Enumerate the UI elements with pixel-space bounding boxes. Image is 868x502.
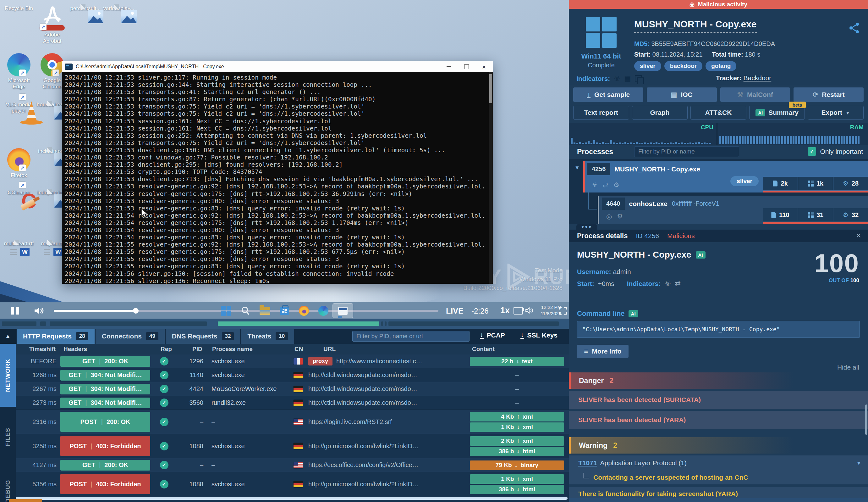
content-badge[interactable]: 79 Kb↓binary [470, 461, 564, 470]
content-badge[interactable]: 2 Kb↑xml [470, 436, 564, 446]
method-status-badge[interactable]: GET|200: OK [60, 356, 150, 367]
url-cell[interactable]: https://login.live.com/RST2.srf [308, 418, 465, 425]
table-row[interactable]: 4127 msGET|200: OK✓––https://ecs.office.… [16, 458, 569, 472]
panel-scrollbar-thumb[interactable] [865, 404, 867, 435]
desktop-icon-acrobat[interactable]: ↗Adobe Acrobat [36, 4, 69, 44]
close-icon[interactable]: × [856, 231, 861, 241]
method-status-badge[interactable]: GET|200: OK [60, 460, 150, 471]
grid-indicator-icon[interactable]: ▦ [624, 74, 631, 83]
url-cell[interactable]: http://ctldl.windowsupdate.com/msdo… [308, 385, 465, 393]
text-report-button[interactable]: Text report [573, 106, 629, 120]
tracker-link[interactable]: Backdoor [744, 74, 772, 81]
danger-signature-item[interactable]: SLIVER has been detected (YARA) [569, 411, 868, 429]
files-count-chip[interactable]: 2k [763, 177, 798, 190]
table-row[interactable]: BEFOREGET|200: OK✓1296svchost.exeproxyht… [16, 354, 569, 368]
console-scrollbar[interactable] [489, 72, 493, 284]
ai-badge[interactable]: AI [629, 310, 638, 317]
mitre-technique-item[interactable]: T1071 Application Layer Protocol (1) ▼ C… [569, 455, 868, 484]
content-badge[interactable]: 386 b↓html [470, 485, 564, 494]
method-status-badge[interactable]: GET|304: Not Modifi… [60, 384, 150, 394]
console-window[interactable]: C:\Users\admin\AppData\Local\Temp\MUSHY_… [62, 61, 493, 284]
pause-button[interactable] [11, 307, 19, 314]
console-output[interactable]: 2024/11/08 12:21:53 sliver.go:117: Runni… [62, 72, 493, 284]
content-badge[interactable]: 386 b↓html [470, 446, 564, 456]
method-status-badge[interactable]: GET|304: Not Modifi… [60, 398, 150, 408]
danger-header[interactable]: Danger 2 [569, 372, 868, 389]
windows-desktop[interactable]: ♻Recycle Bin↗Adobe Acrobatpercentsuit...… [0, 0, 569, 319]
method-status-badge[interactable]: POST|403: Forbidden [60, 436, 150, 456]
process-row-child[interactable]: 4640 conhost.exe 0xffffffff -ForceV1 ◎ ⚙… [598, 195, 868, 224]
files-count-chip[interactable]: 110 [763, 208, 798, 221]
playback-speed[interactable]: 1x [500, 306, 510, 315]
graph-button[interactable]: Graph [632, 106, 688, 120]
layers-indicator-icon[interactable] [635, 75, 642, 82]
process-row-main[interactable]: 4256 MUSHY_NORTH - Copy.exe ☣ ⇄ ⚙ sliver… [583, 161, 868, 192]
ssl-keys-download-button[interactable]: ↓ SSL Keys [520, 332, 558, 339]
horizontal-scrollbar[interactable] [16, 496, 568, 500]
desktop-icon-image[interactable]: percentsuit... [69, 4, 102, 12]
sample-tag-sliver[interactable]: sliver [634, 61, 661, 71]
desktop-icon-image[interactable]: variousplay... [102, 4, 135, 12]
desktop-icon-vlc[interactable]: ↗VLC media player [2, 101, 35, 114]
biohazard-indicator-icon[interactable]: ☣ [614, 74, 620, 83]
danger-signature-item[interactable]: SLIVER has been detected (SURICATA) [569, 391, 868, 409]
desktop-icon-word[interactable]: Wmultiheart.rtf [2, 240, 35, 247]
method-status-badge[interactable]: POST|403: Forbidden [60, 474, 150, 494]
slider-knob[interactable] [133, 308, 138, 314]
attack-button[interactable]: ATT&CK [691, 106, 746, 120]
content-badge[interactable]: 4 Kb↑xml [470, 412, 564, 421]
taskbar-start-button[interactable] [220, 305, 232, 317]
chevron-down-icon[interactable]: ▼ [856, 461, 861, 466]
recording-timeline[interactable] [0, 319, 569, 329]
export-button[interactable]: Export▼ [808, 106, 864, 120]
technique-sub-item[interactable]: Contacting a server suspected of hosting… [569, 471, 868, 484]
desktop-icon-firefox[interactable]: ↗Firefox [2, 147, 35, 179]
url-cell[interactable]: http://ctldl.windowsupdate.com/msdo… [308, 371, 465, 379]
tab-connections[interactable]: Connections49 [95, 329, 165, 344]
fullscreen-icon[interactable] [559, 307, 567, 316]
command-line-value[interactable]: "C:\Users\admin\AppData\Local\Temp\MUSHY… [577, 321, 860, 338]
tab-http-requests[interactable]: HTTP Requests28 [17, 329, 95, 344]
sample-name[interactable]: MUSHY_NORTH - Copy.exe [634, 19, 757, 33]
details-drag-tab[interactable]: ●●● [576, 224, 597, 230]
table-row[interactable]: 2316 msPOST|200: OK✓––https://login.live… [16, 410, 569, 434]
collapse-panel-button[interactable]: ▲ [0, 329, 16, 344]
method-status-badge[interactable]: GET|304: Not Modifi… [60, 370, 150, 381]
ioc-button[interactable]: ▤IOC [647, 88, 717, 102]
content-badge[interactable]: 22 b↓text [470, 357, 564, 366]
table-row[interactable]: 3258 msPOST|403: Forbidden✓1088svchost.e… [16, 434, 569, 458]
only-important-toggle[interactable]: ✓ Only important [808, 147, 863, 156]
close-button[interactable]: × [475, 61, 493, 72]
url-cell[interactable]: http://go.microsoft.com/fwlink/?LinkID… [308, 443, 465, 450]
url-cell[interactable]: http://ctldl.windowsupdate.com/msdo… [308, 399, 465, 406]
url-cell[interactable]: proxyhttp://www.msftconnecttest.c… [308, 357, 465, 365]
pcap-download-button[interactable]: ↓ PCAP [480, 332, 505, 339]
get-sample-button[interactable]: ↓Get sample [573, 88, 643, 102]
maximize-button[interactable] [457, 61, 475, 72]
tab-threats[interactable]: Threats10 [241, 329, 294, 344]
modules-count-chip[interactable]: 1k [798, 177, 833, 190]
sample-tag-golang[interactable]: golang [705, 61, 736, 71]
desktop-icon-edge[interactable]: ↗Microsoft Edge [2, 52, 35, 90]
process-tag-sliver[interactable]: sliver [730, 176, 758, 186]
registry-count-chip[interactable]: ⚙32 [834, 208, 868, 221]
sample-tag-backdoor[interactable]: backdoor [664, 61, 703, 71]
warning-header[interactable]: Warning 2 [569, 437, 868, 454]
table-row[interactable]: 2273 msGET|304: Not Modifi…✓3560rundll32… [16, 396, 569, 410]
volume-icon[interactable] [34, 307, 45, 317]
taskbar-explorer-icon[interactable] [259, 305, 271, 317]
process-filter-input[interactable] [634, 146, 739, 157]
malconf-button[interactable]: ⚒MalConf [720, 88, 790, 102]
ai-summary-button[interactable]: AI Summary beta [749, 106, 805, 120]
desktop-icon-ccleaner[interactable]: C↗CCleaner [2, 189, 35, 196]
timeline-marker[interactable] [338, 316, 342, 318]
console-titlebar[interactable]: C:\Users\admin\AppData\Local\Temp\MUSHY_… [62, 61, 493, 72]
hide-all-link[interactable]: Hide all [837, 364, 859, 371]
taskbar-store-icon[interactable] [278, 305, 290, 317]
taskbar-edge-icon[interactable] [318, 305, 329, 317]
ai-badge[interactable]: AI [696, 251, 705, 259]
taskbar-console-icon-active[interactable] [332, 303, 353, 318]
desktop-icon-recycle[interactable]: ♻Recycle Bin [2, 4, 35, 12]
registry-count-chip[interactable]: ⚙28 [834, 177, 868, 190]
more-info-button[interactable]: ≡ More Info [577, 345, 629, 358]
